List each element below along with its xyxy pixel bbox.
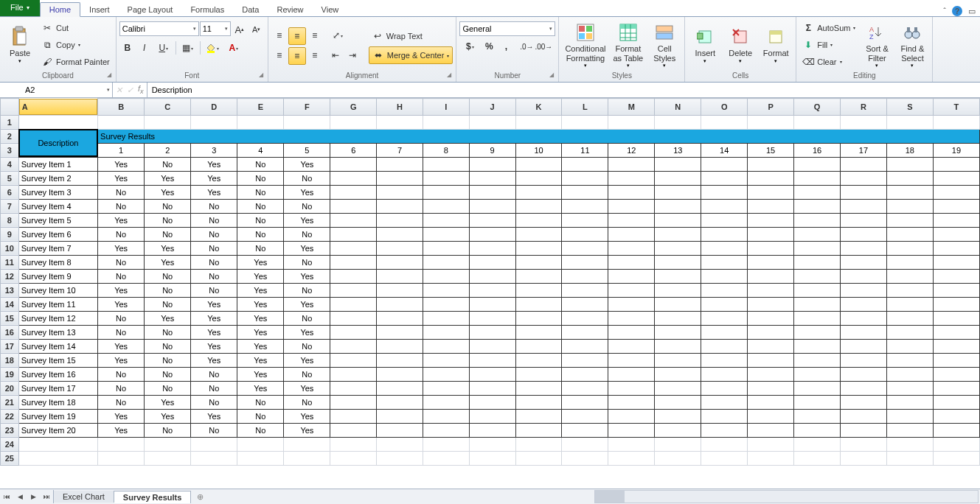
cell-data[interactable] [423, 171, 469, 185]
cell[interactable] [515, 437, 562, 451]
cell-data[interactable]: No [98, 367, 145, 381]
cell-data[interactable] [701, 409, 748, 423]
cell-data[interactable] [655, 381, 701, 395]
cell-data[interactable] [515, 157, 562, 171]
cell-data[interactable] [330, 213, 377, 227]
cell[interactable] [98, 451, 145, 465]
cell[interactable] [330, 115, 377, 129]
orientation-button[interactable]: ⤢▾ [327, 27, 348, 43]
cell-desc[interactable]: Survey Item 14 [18, 339, 97, 353]
cell-data[interactable] [377, 241, 423, 255]
align-center-button[interactable]: ≡ [288, 47, 306, 65]
cell-data[interactable]: No [191, 269, 237, 283]
increase-indent-button[interactable]: ⇥ [344, 47, 361, 63]
cell-data[interactable] [701, 213, 748, 227]
cell-data[interactable] [377, 199, 423, 213]
row-header-2[interactable]: 2 [1, 129, 19, 143]
cell-data[interactable] [608, 367, 655, 381]
cell-data[interactable] [748, 311, 794, 325]
cell-data[interactable] [423, 297, 469, 311]
cell[interactable] [655, 115, 701, 129]
cell[interactable] [284, 437, 330, 451]
cell-desc[interactable]: Survey Item 7 [18, 241, 97, 255]
accounting-format-button[interactable]: $▾ [459, 38, 480, 55]
cell-data[interactable] [841, 241, 887, 255]
cell-data[interactable]: Yes [237, 367, 284, 381]
cell-data[interactable] [377, 255, 423, 269]
cell[interactable] [562, 115, 608, 129]
row-header-1[interactable]: 1 [1, 115, 19, 129]
cell-data[interactable] [377, 185, 423, 199]
cell[interactable] [98, 437, 145, 451]
cell-data[interactable] [748, 241, 794, 255]
cell-data[interactable] [469, 269, 515, 283]
cell-data[interactable] [748, 199, 794, 213]
cell[interactable] [701, 437, 748, 451]
cell-data[interactable] [886, 423, 933, 437]
cell-styles-button[interactable]: Cell Styles▾ [647, 19, 681, 69]
font-color-button[interactable]: A▾ [223, 40, 244, 56]
cell-data[interactable] [933, 185, 979, 199]
cell-data[interactable]: Yes [237, 339, 284, 353]
cell-data[interactable] [886, 157, 933, 171]
cell-data[interactable] [655, 409, 701, 423]
cell-data[interactable] [330, 185, 377, 199]
cell-data[interactable] [515, 283, 562, 297]
cell-col-num[interactable]: 11 [562, 143, 608, 157]
cell-data[interactable]: No [191, 199, 237, 213]
sheet-nav-last[interactable]: ⏭ [40, 490, 53, 503]
cell[interactable] [841, 451, 887, 465]
cell-data[interactable] [330, 423, 377, 437]
dialog-launcher-icon[interactable]: ◢ [549, 71, 554, 78]
cell-data[interactable] [469, 199, 515, 213]
cell[interactable] [284, 115, 330, 129]
dialog-launcher-icon[interactable]: ◢ [447, 71, 451, 78]
cell-data[interactable] [515, 241, 562, 255]
row-header-3[interactable]: 3 [1, 143, 19, 157]
cell-data[interactable]: No [191, 283, 237, 297]
cell-data[interactable] [794, 241, 841, 255]
cell-col-num[interactable]: 17 [841, 143, 887, 157]
cell-data[interactable] [655, 353, 701, 367]
cell-data[interactable] [933, 199, 979, 213]
horizontal-scrollbar[interactable] [594, 490, 979, 503]
cell-data[interactable] [377, 395, 423, 409]
select-all-corner[interactable] [1, 99, 19, 116]
cell-desc[interactable]: Survey Item 12 [18, 311, 97, 325]
cell-data[interactable] [515, 227, 562, 241]
cell-data[interactable] [841, 199, 887, 213]
cell-data[interactable]: Yes [191, 157, 237, 171]
cell-col-num[interactable]: 12 [608, 143, 655, 157]
align-left-button[interactable]: ≡ [271, 47, 288, 63]
cell-data[interactable] [377, 423, 423, 437]
cell-data[interactable] [423, 227, 469, 241]
cell-data[interactable] [748, 353, 794, 367]
cell-data[interactable] [701, 297, 748, 311]
cell-col-num[interactable]: 5 [284, 143, 330, 157]
cell-data[interactable] [794, 227, 841, 241]
comma-button[interactable]: , [498, 38, 514, 55]
cell-data[interactable] [377, 227, 423, 241]
cell-data[interactable] [794, 381, 841, 395]
col-header-L[interactable]: L [562, 99, 608, 116]
cell-data[interactable]: No [237, 157, 284, 171]
cell-data[interactable] [562, 171, 608, 185]
cell-data[interactable] [701, 171, 748, 185]
cell-data[interactable]: No [237, 213, 284, 227]
cell-data[interactable] [608, 241, 655, 255]
cell-data[interactable] [377, 283, 423, 297]
cell-data[interactable] [748, 283, 794, 297]
cell-data[interactable]: Yes [98, 213, 145, 227]
cell[interactable] [377, 437, 423, 451]
cell-data[interactable] [794, 297, 841, 311]
cell-data[interactable] [841, 423, 887, 437]
cell-data[interactable] [933, 409, 979, 423]
cell-data[interactable] [933, 297, 979, 311]
cell-data[interactable]: No [98, 269, 145, 283]
tab-page-layout[interactable]: Page Layout [119, 3, 182, 16]
cell-data[interactable]: No [98, 185, 145, 199]
cell-data[interactable]: No [98, 255, 145, 269]
cell-data[interactable] [933, 325, 979, 339]
cell-col-num[interactable]: 18 [886, 143, 933, 157]
cell-data[interactable] [608, 423, 655, 437]
